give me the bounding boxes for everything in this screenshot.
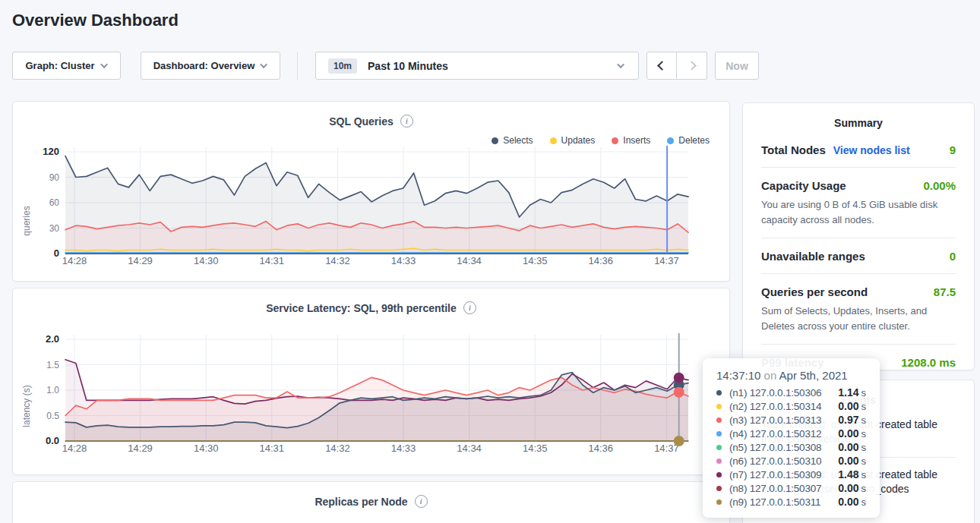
series-color-dot [716,486,722,491]
legend-dot [612,137,618,144]
tooltip-node-label: (n7) 127.0.0.1:50309 [729,469,838,480]
tooltip-node-value: 0.00s [838,482,866,494]
summary-item-label: Total Nodes [761,143,826,156]
svg-text:0: 0 [54,247,59,259]
legend-dot [492,137,498,144]
tooltip-node-value: 0.00s [838,455,866,467]
svg-text:14:31: 14:31 [260,443,285,454]
chart-hover-tooltip: 14:37:10 on Apr 5th, 2021 (n1) 127.0.0.1… [703,358,880,518]
info-icon[interactable]: i [400,115,413,128]
page-title: Overview Dashboard [12,11,179,30]
svg-text:14:33: 14:33 [391,443,416,454]
graph-dropdown-label: Graph: Cluster [25,60,94,71]
tooltip-node-value: 1.48s [838,468,866,480]
tooltip-node-label: (n6) 127.0.0.1:50310 [729,455,838,467]
prev-range-button[interactable] [646,52,677,80]
summary-title: Summary [743,117,974,129]
svg-text:14:29: 14:29 [128,443,153,454]
svg-text:14:37: 14:37 [654,255,679,266]
tooltip-date: Apr 5th, 2021 [779,369,848,382]
chevron-right-icon [687,61,697,71]
svg-text:14:34: 14:34 [457,443,482,454]
tooltip-node-value: 0.00s [838,496,866,508]
info-icon[interactable]: i [415,495,428,508]
dashboard-dropdown[interactable]: Dashboard: Overview [141,52,280,80]
svg-text:120: 120 [43,146,59,157]
summary-item-value: 0 [950,250,956,263]
tooltip-node-label: (n3) 127.0.0.1:50313 [729,414,838,426]
tooltip-node-label: (n1) 127.0.0.1:50306 [729,387,838,399]
tooltip-on: on [764,369,777,382]
summary-item: Unavailable ranges0 [761,238,956,274]
chart-title: Service Latency: SQL, 99th percentile [266,302,457,314]
now-button[interactable]: Now [715,52,759,80]
service-latency-chart[interactable]: 14:2814:2914:3014:3114:3214:3314:3414:35… [13,334,731,463]
tooltip-node-label: (n2) 127.0.0.1:50314 [729,401,838,412]
tooltip-timestamp: 14:37:10 on Apr 5th, 2021 [716,369,866,382]
tooltip-row: (n3) 127.0.0.1:503130.97s [716,413,866,427]
info-icon[interactable]: i [463,301,476,314]
summary-item-value: 87.5 [934,285,956,298]
graph-dropdown[interactable]: Graph: Cluster [12,52,121,80]
tooltip-node-label: (n8) 127.0.0.1:50307 [729,483,838,494]
tooltip-row: (n5) 127.0.0.1:503080.00s [716,440,866,454]
tooltip-row: (n7) 127.0.0.1:503091.48s [716,468,866,481]
series-color-dot [716,404,722,409]
svg-text:14:36: 14:36 [589,255,614,266]
svg-text:90: 90 [49,172,60,183]
svg-text:0.0: 0.0 [46,435,59,446]
summary-item-caption: Sum of Selects, Updates, Inserts, and De… [761,304,956,333]
svg-text:14:35: 14:35 [523,443,548,454]
tooltip-node-label: (n4) 127.0.0.1:50312 [729,428,838,440]
chevron-down-icon [617,61,624,68]
svg-text:14:36: 14:36 [589,443,614,454]
series-color-dot [716,431,722,436]
chart-title: Replicas per Node [315,496,407,508]
toolbar-divider [297,52,298,80]
sql-queries-chart[interactable]: 14:2814:2914:3014:3114:3214:3314:3414:35… [13,144,731,277]
svg-text:14:33: 14:33 [391,255,416,266]
chevron-down-icon [260,61,267,68]
summary-item-caption: You are using 0 B of 4.5 GiB usable disk… [761,197,956,227]
tooltip-row: (n8) 127.0.0.1:503070.00s [716,481,866,495]
tooltip-row: (n4) 127.0.0.1:503120.00s [716,427,866,440]
time-range-label: Past 10 Minutes [368,60,448,72]
chart-title: SQL Queries [329,115,394,128]
toolbar: Graph: Cluster Dashboard: Overview 10m P… [12,52,759,80]
tooltip-node-value: 1.14s [838,386,866,399]
summary-item-value: 1208.0 ms [901,356,956,369]
series-color-dot [716,390,722,395]
time-pager [646,52,707,80]
summary-item-value: 0.00% [923,179,956,192]
series-color-dot [716,458,722,464]
svg-text:14:30: 14:30 [194,443,219,454]
tooltip-row: (n9) 127.0.0.1:503110.00s [716,495,866,509]
summary-body: Total NodesView nodes list9Capacity Usag… [743,132,974,380]
service-latency-panel: Service Latency: SQL, 99th percentile i … [12,288,730,475]
time-range-dropdown[interactable]: 10m Past 10 Minutes [315,52,639,80]
summary-item-label: Queries per second [761,285,868,298]
tooltip-row: (n6) 127.0.0.1:503100.00s [716,454,866,468]
svg-text:1.5: 1.5 [46,360,59,370]
next-range-button[interactable] [677,52,707,80]
tooltip-row: (n2) 127.0.0.1:503140.00s [716,399,866,413]
chart-title-row: SQL Queries i [13,115,729,128]
tooltip-time: 14:37:10 [716,369,760,382]
summary-item-value: 9 [950,143,956,156]
summary-panel: Summary Total NodesView nodes list9Capac… [742,102,975,370]
tooltip-node-value: 0.00s [838,400,866,412]
legend-dot [667,137,674,144]
tooltip-node-value: 0.97s [838,414,866,426]
svg-text:14:32: 14:32 [325,255,350,266]
summary-item: Total NodesView nodes list9 [761,132,956,168]
sql-queries-panel: SQL Queries i SelectsUpdatesInsertsDelet… [12,101,730,282]
chevron-left-icon [657,61,667,71]
svg-text:14:31: 14:31 [260,255,285,266]
chart-title-row: Service Latency: SQL, 99th percentile i [13,301,729,314]
svg-text:30: 30 [49,223,60,234]
chevron-down-icon [100,61,108,68]
series-color-dot [716,417,722,423]
chart-title-row: Replicas per Node i [13,495,729,508]
series-color-dot [716,499,722,505]
view-nodes-link[interactable]: View nodes list [833,144,910,156]
